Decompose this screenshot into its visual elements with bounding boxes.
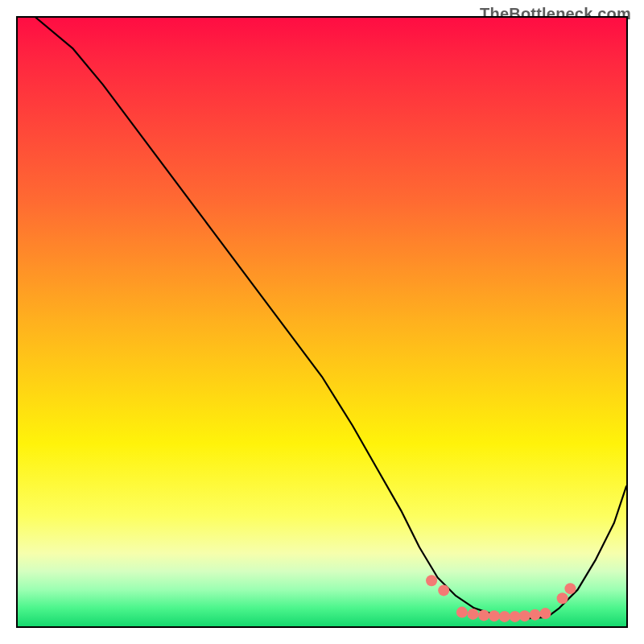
plot-area — [16, 16, 628, 628]
curve-line — [36, 18, 626, 618]
highlight-dot — [564, 583, 576, 594]
highlight-dot — [499, 611, 510, 622]
highlight-dot — [426, 575, 437, 586]
chart-container: TheBottleneck.com — [0, 0, 644, 644]
highlight-dot — [510, 611, 521, 622]
highlight-dot — [530, 609, 541, 621]
highlight-dot — [438, 584, 449, 596]
highlight-dot — [456, 607, 468, 618]
highlight-dot — [519, 610, 530, 621]
highlight-dot — [557, 592, 568, 604]
chart-overlay — [18, 18, 626, 626]
highlight-dots — [426, 575, 576, 622]
highlight-dot — [489, 610, 500, 621]
highlight-dot — [478, 609, 489, 621]
highlight-dot — [539, 608, 551, 619]
highlight-dot — [467, 609, 478, 620]
